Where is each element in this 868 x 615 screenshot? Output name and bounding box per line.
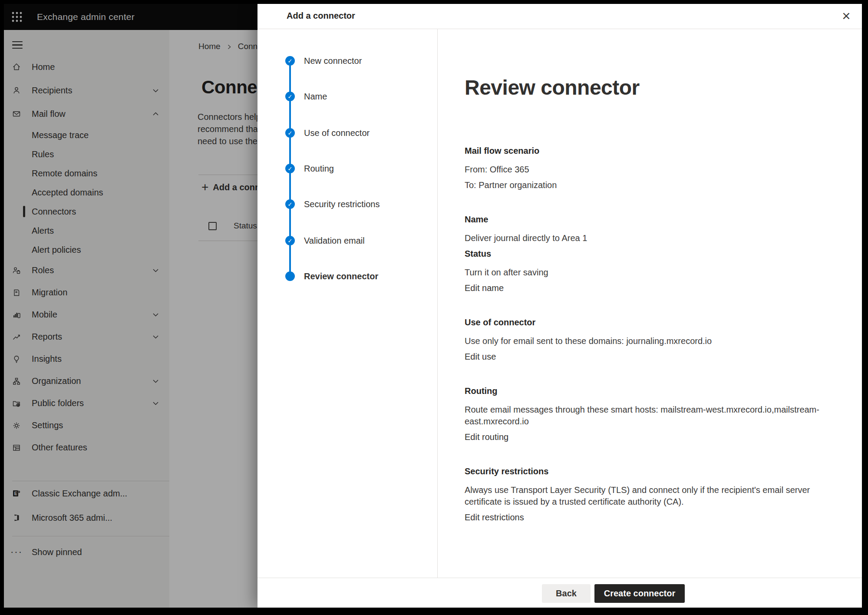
wizard-step-label: Validation email xyxy=(304,236,365,246)
review-section-name: NameDeliver journal directly to Area 1St… xyxy=(465,214,825,298)
section-title: Mail flow scenario xyxy=(465,145,825,157)
step-complete-check-icon: ✓ xyxy=(285,56,295,66)
step-complete-check-icon: ✓ xyxy=(285,128,295,138)
back-button[interactable]: Back xyxy=(542,584,591,603)
panel-title: Add a connector xyxy=(287,11,355,21)
wizard-step-review-connector[interactable]: Review connector xyxy=(285,267,378,285)
step-complete-check-icon: ✓ xyxy=(285,236,295,245)
section-subtitle: Status xyxy=(465,248,825,260)
current-step-dot xyxy=(285,271,295,281)
panel-footer: Back Create connector xyxy=(257,578,862,608)
review-section-mail-flow-scenario: Mail flow scenarioFrom: Office 365To: Pa… xyxy=(465,145,825,195)
wizard-step-security-restrictions[interactable]: ✓Security restrictions xyxy=(285,195,380,213)
section-title: Use of connector xyxy=(465,317,825,328)
wizard-step-label: Use of connector xyxy=(304,128,370,138)
section-text: To: Partner organization xyxy=(465,179,825,191)
review-heading: Review connector xyxy=(465,74,825,101)
section-text: Route email messages through these smart… xyxy=(465,404,825,427)
add-connector-panel: Add a connector × ✓New connector✓Name✓Us… xyxy=(257,4,862,608)
edit-routing-link[interactable]: Edit routing xyxy=(465,431,825,443)
wizard-step-name[interactable]: ✓Name xyxy=(285,87,327,106)
wizard-step-new-connector[interactable]: ✓New connector xyxy=(285,52,362,70)
section-title: Routing xyxy=(465,385,825,397)
wizard-steps: ✓New connector✓Name✓Use of connector✓Rou… xyxy=(257,29,438,578)
create-connector-button[interactable]: Create connector xyxy=(594,584,685,603)
review-section-routing: RoutingRoute email messages through thes… xyxy=(465,385,825,447)
app-window: Exchange admin center HomeRecipientsMail… xyxy=(4,4,862,608)
edit-restrictions-link[interactable]: Edit restrictions xyxy=(465,512,825,523)
section-title: Security restrictions xyxy=(465,466,825,477)
section-title: Name xyxy=(465,214,825,225)
section-text: Deliver journal directly to Area 1 xyxy=(465,232,825,244)
wizard-step-label: Security restrictions xyxy=(304,199,380,209)
section-text: Always use Transport Layer Security (TLS… xyxy=(465,484,825,508)
section-text: Use only for email sent to these domains… xyxy=(465,335,825,347)
edit-use-link[interactable]: Edit use xyxy=(465,351,825,363)
step-complete-check-icon: ✓ xyxy=(285,199,295,209)
close-icon[interactable]: × xyxy=(837,7,856,26)
section-text: From: Office 365 xyxy=(465,164,825,175)
wizard-step-label: Name xyxy=(304,92,327,102)
wizard-step-label: Routing xyxy=(304,164,334,174)
wizard-step-label: Review connector xyxy=(304,271,378,281)
wizard-step-label: New connector xyxy=(304,56,362,66)
wizard-step-use-of-connector[interactable]: ✓Use of connector xyxy=(285,124,370,142)
review-section-security-restrictions: Security restrictionsAlways use Transpor… xyxy=(465,466,825,527)
step-complete-check-icon: ✓ xyxy=(285,92,295,101)
panel-header: Add a connector × xyxy=(257,4,862,29)
edit-name-link[interactable]: Edit name xyxy=(465,282,825,294)
panel-body: ✓New connector✓Name✓Use of connector✓Rou… xyxy=(257,29,862,578)
section-text: Turn it on after saving xyxy=(465,267,825,278)
review-pane: Review connector Mail flow scenarioFrom:… xyxy=(465,29,825,527)
wizard-step-validation-email[interactable]: ✓Validation email xyxy=(285,231,365,250)
wizard-step-routing[interactable]: ✓Routing xyxy=(285,159,334,178)
step-complete-check-icon: ✓ xyxy=(285,164,295,173)
review-section-use-of-connector: Use of connectorUse only for email sent … xyxy=(465,317,825,367)
